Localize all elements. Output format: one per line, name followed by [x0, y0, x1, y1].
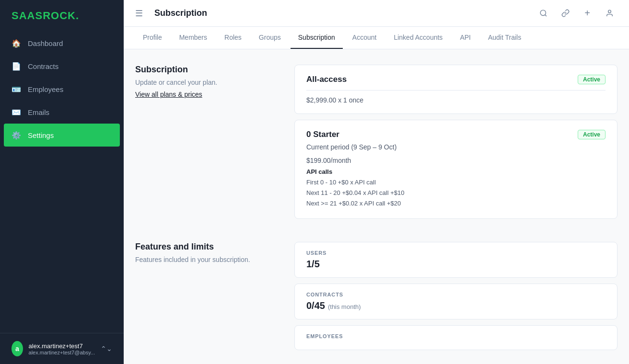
api-calls-label: API calls: [306, 168, 606, 175]
sidebar-item-label: Settings: [28, 131, 54, 139]
user-email: alex.martinez+test7@absy...: [29, 350, 95, 355]
plan-period: Current period (9 Sep – 9 Oct): [306, 143, 606, 151]
plan-card-starter: 0 Starter Active Current period (9 Sep –…: [294, 120, 617, 219]
employees-icon: 🪪: [12, 84, 21, 94]
sidebar-nav: 🏠 Dashboard 📄 Contracts 🪪 Employees ✉️ E…: [0, 32, 124, 333]
sidebar-item-contracts[interactable]: 📄 Contracts: [0, 55, 124, 78]
menu-icon[interactable]: ☰: [135, 8, 143, 19]
sidebar-item-label: Emails: [28, 108, 49, 116]
sidebar-item-label: Employees: [28, 85, 63, 93]
topbar: ☰ Subscription +: [124, 0, 629, 27]
feature-card-contracts: CONTRACTS 0/45(this month): [294, 284, 617, 319]
feature-label-employees: EMPLOYEES: [306, 333, 606, 339]
sidebar-footer: a alex.martinez+test7 alex.martinez+test…: [0, 333, 124, 364]
tab-members[interactable]: Members: [172, 27, 215, 49]
tab-linked-accounts[interactable]: Linked Accounts: [386, 27, 450, 49]
tabs-bar: Profile Members Roles Groups Subscriptio…: [124, 27, 629, 49]
subscription-heading: Subscription: [135, 65, 279, 75]
tab-audit-trails[interactable]: Audit Trails: [480, 27, 529, 49]
sidebar-item-emails[interactable]: ✉️ Emails: [0, 101, 124, 124]
feature-label-users: USERS: [306, 250, 606, 256]
chevron-icon[interactable]: ⌃⌄: [101, 345, 112, 353]
sidebar-item-settings[interactable]: ⚙️ Settings: [4, 124, 120, 147]
section-label-features: Features and limits Features included in…: [135, 242, 279, 350]
svg-line-1: [545, 15, 546, 16]
subscription-cards: All-access Active $2,999.00 x 1 once 0 S…: [294, 65, 617, 219]
sidebar-item-label: Contracts: [28, 62, 58, 70]
tab-api[interactable]: API: [452, 27, 478, 49]
feature-value-users: 1/5: [306, 259, 606, 270]
page-content: Subscription Update or cancel your plan.…: [124, 49, 629, 364]
tab-roles[interactable]: Roles: [217, 27, 249, 49]
logo: SAASROCK.: [0, 0, 124, 32]
card-header: All-access Active: [306, 75, 606, 84]
sidebar-item-employees[interactable]: 🪪 Employees: [0, 78, 124, 101]
plan-card-all-access: All-access Active $2,999.00 x 1 once: [294, 65, 617, 114]
active-badge: Active: [578, 75, 606, 84]
link-icon: [561, 9, 570, 17]
tab-profile[interactable]: Profile: [135, 27, 170, 49]
link-button[interactable]: [557, 5, 573, 22]
emails-icon: ✉️: [12, 107, 21, 117]
features-heading: Features and limits: [135, 242, 279, 252]
api-line-3: Next >= 21 +$0.02 x API call +$20: [306, 198, 606, 209]
sidebar-item-label: Dashboard: [28, 39, 63, 47]
add-button[interactable]: +: [579, 5, 595, 22]
features-description: Features included in your subscription.: [135, 256, 279, 263]
contracts-icon: 📄: [12, 61, 21, 71]
tab-account[interactable]: Account: [345, 27, 384, 49]
search-icon: [539, 9, 547, 17]
active-badge: Active: [578, 130, 606, 139]
subscription-description: Update or cancel your plan.: [135, 79, 279, 86]
feature-cards: USERS 1/5 CONTRACTS 0/45(this month) EMP…: [294, 242, 617, 350]
user-name: alex.martinez+test7: [29, 342, 95, 350]
svg-point-0: [540, 10, 546, 15]
logo-text: SAAS: [12, 10, 43, 22]
card-header: 0 Starter Active: [306, 130, 606, 139]
features-section: Features and limits Features included in…: [135, 242, 617, 350]
avatar: a: [12, 341, 23, 356]
api-line-2: Next 11 - 20 +$0.04 x API call +$10: [306, 188, 606, 198]
settings-icon: ⚙️: [12, 130, 21, 140]
svg-point-2: [608, 10, 611, 13]
tab-groups[interactable]: Groups: [251, 27, 289, 49]
user-info: alex.martinez+test7 alex.martinez+test7@…: [29, 342, 95, 355]
plan-price: $2,999.00 x 1 once: [306, 90, 606, 104]
sidebar: SAASROCK. 🏠 Dashboard 📄 Contracts 🪪 Empl…: [0, 0, 124, 364]
user-icon: [606, 9, 614, 17]
feature-value-contracts: 0/45(this month): [306, 300, 606, 311]
section-label-subscription: Subscription Update or cancel your plan.…: [135, 65, 279, 219]
view-plans-link[interactable]: View all plans & prices: [135, 91, 202, 98]
feature-card-users: USERS 1/5: [294, 242, 617, 278]
feature-card-employees: EMPLOYEES: [294, 325, 617, 350]
topbar-actions: +: [535, 5, 617, 22]
tab-subscription[interactable]: Subscription: [291, 27, 343, 49]
home-icon: 🏠: [12, 38, 21, 48]
plan-monthly: $199.00/month: [306, 157, 606, 164]
subscription-section: Subscription Update or cancel your plan.…: [135, 65, 617, 219]
search-button[interactable]: [535, 5, 551, 22]
api-line-1: First 0 - 10 +$0 x API call: [306, 177, 606, 188]
main-content: ☰ Subscription + Profile Members Roles G…: [124, 0, 629, 364]
plan-name: 0 Starter: [306, 130, 339, 139]
logo-dot: .: [76, 10, 79, 22]
this-month-label: (this month): [328, 303, 361, 310]
sidebar-item-dashboard[interactable]: 🏠 Dashboard: [0, 32, 124, 55]
plan-name: All-access: [306, 75, 347, 84]
feature-label-contracts: CONTRACTS: [306, 292, 606, 297]
user-button[interactable]: [601, 5, 617, 22]
page-title: Subscription: [154, 8, 527, 18]
